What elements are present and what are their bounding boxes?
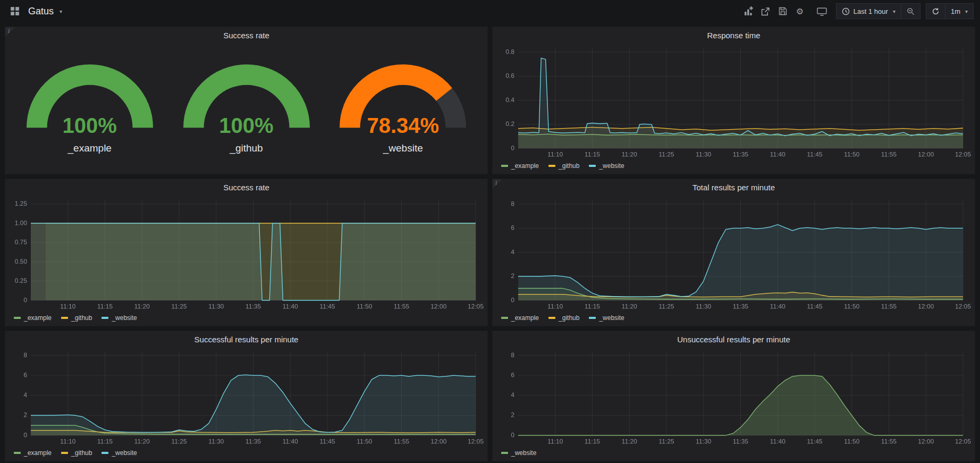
legend-label: _example — [511, 162, 539, 170]
gauge-row: 100% _example 100% _github — [5, 43, 487, 174]
gauge-arc: 78.34% — [331, 60, 475, 140]
dashboard-grid-icon[interactable] — [6, 3, 23, 19]
legend-label: _example — [24, 314, 52, 322]
refresh-button[interactable] — [926, 3, 945, 19]
legend-label: _example — [511, 314, 539, 322]
panel-title[interactable]: Successful results per minute — [195, 335, 299, 344]
refresh-interval-caret-icon: ▾ — [965, 9, 968, 14]
panel-unsuccessful-results: Unsuccessful results per minute _website — [492, 331, 975, 461]
add-panel-button[interactable] — [740, 3, 757, 19]
gauge-arc: 100% — [18, 60, 162, 140]
panel-success-rate-gauges: i Success rate 100% _example — [5, 27, 488, 174]
gauge-value: 100% — [174, 114, 319, 138]
legend-swatch — [102, 317, 108, 319]
gauge-website: 78.34% _website — [331, 60, 475, 154]
success-rate-chart-canvas[interactable] — [9, 195, 484, 312]
chart-area — [493, 195, 975, 312]
legend-item-_example[interactable]: _example — [14, 449, 52, 457]
gauge-value: 100% — [18, 114, 162, 138]
chart-legend: _example_github_website — [493, 160, 975, 174]
legend-item-_github[interactable]: _github — [61, 449, 92, 457]
refresh-icon — [932, 7, 940, 15]
panel-title[interactable]: Response time — [707, 31, 760, 40]
dashboard-title-caret-icon[interactable]: ▾ — [60, 9, 62, 14]
grid-icon — [10, 6, 20, 16]
clock-icon — [842, 7, 850, 15]
legend-swatch — [14, 317, 21, 319]
zoom-out-time-button[interactable] — [901, 3, 920, 19]
legend-label: _github — [71, 449, 92, 457]
save-icon — [779, 7, 787, 15]
legend-label: _website — [511, 449, 536, 457]
legend-label: _website — [112, 449, 137, 457]
dashboard-title[interactable]: Gatus — [28, 6, 54, 17]
legend-swatch — [501, 165, 508, 167]
legend-label: _website — [112, 314, 137, 322]
cycle-view-mode-button[interactable] — [814, 3, 831, 19]
info-icon[interactable]: i — [5, 27, 15, 37]
panel-header[interactable]: Total results per minute — [493, 179, 975, 195]
legend-item-_example[interactable]: _example — [501, 162, 539, 170]
legend-swatch — [589, 165, 596, 167]
legend-item-_website[interactable]: _website — [102, 449, 137, 457]
panel-response-time: Response time _example_github_website — [492, 27, 975, 174]
refresh-interval-label: 1m — [951, 7, 960, 15]
legend-item-_github[interactable]: _github — [548, 314, 579, 322]
total-results-chart-canvas[interactable] — [496, 195, 971, 312]
info-icon[interactable]: i — [493, 179, 502, 189]
unsuccessful-results-chart-canvas[interactable] — [496, 347, 971, 447]
response-time-chart-canvas[interactable] — [496, 43, 971, 160]
gauge-value: 78.34% — [331, 114, 475, 138]
legend-swatch — [14, 452, 21, 454]
dashboard-grid: i Success rate 100% _example — [0, 22, 980, 461]
legend-item-_website[interactable]: _website — [589, 162, 624, 170]
legend-swatch — [501, 452, 508, 454]
legend-label: _website — [599, 162, 624, 170]
panel-success-rate: Success rate _example_github_website — [5, 179, 488, 326]
zoom-out-icon — [907, 7, 915, 15]
panel-successful-results: Successful results per minute _example_g… — [5, 331, 488, 461]
legend-swatch — [61, 452, 68, 454]
legend-swatch — [61, 317, 68, 319]
panel-header[interactable]: Unsuccessful results per minute — [493, 331, 975, 347]
time-range-button[interactable]: Last 1 hour ▾ — [836, 3, 901, 19]
successful-results-chart-canvas[interactable] — [9, 347, 484, 447]
panel-title[interactable]: Unsuccessful results per minute — [677, 335, 790, 344]
legend-label: _website — [599, 314, 624, 322]
save-dashboard-button[interactable] — [774, 3, 791, 19]
dashboard-settings-button[interactable]: ⚙ — [791, 3, 808, 19]
share-icon — [761, 7, 770, 16]
legend-swatch — [102, 452, 108, 454]
legend-item-_github[interactable]: _github — [61, 314, 92, 322]
time-picker-group: Last 1 hour ▾ — [836, 3, 920, 19]
legend-item-_example[interactable]: _example — [501, 314, 539, 322]
gauge-github: 100% _github — [174, 60, 319, 154]
time-range-caret-icon: ▾ — [893, 9, 895, 14]
legend-item-_website[interactable]: _website — [102, 314, 137, 322]
share-dashboard-button[interactable] — [757, 3, 774, 19]
legend-label: _github — [559, 162, 579, 170]
panel-header[interactable]: Successful results per minute — [5, 331, 487, 347]
panel-title[interactable]: Success rate — [223, 183, 269, 192]
refresh-group: 1m ▾ — [926, 3, 974, 19]
chart-area — [5, 195, 487, 312]
legend-label: _github — [71, 314, 92, 322]
panel-title[interactable]: Total results per minute — [692, 183, 775, 192]
gauge-example: 100% _example — [18, 60, 162, 154]
legend-swatch — [548, 165, 555, 167]
top-navbar: Gatus ▾ ⚙ — [0, 0, 980, 22]
panel-header[interactable]: Success rate — [5, 27, 487, 43]
refresh-interval-button[interactable]: 1m ▾ — [945, 3, 974, 19]
panel-header[interactable]: Response time — [493, 27, 975, 43]
gauge-label: _example — [68, 142, 112, 154]
legend-item-_website[interactable]: _website — [501, 449, 536, 457]
legend-item-_github[interactable]: _github — [548, 162, 579, 170]
panel-header[interactable]: Success rate — [5, 179, 487, 195]
legend-swatch — [548, 317, 555, 319]
chart-legend: _example_github_website — [5, 312, 487, 326]
legend-item-_example[interactable]: _example — [14, 314, 52, 322]
legend-swatch — [589, 317, 596, 319]
legend-item-_website[interactable]: _website — [589, 314, 624, 322]
panel-title[interactable]: Success rate — [223, 31, 269, 40]
legend-swatch — [501, 317, 508, 319]
